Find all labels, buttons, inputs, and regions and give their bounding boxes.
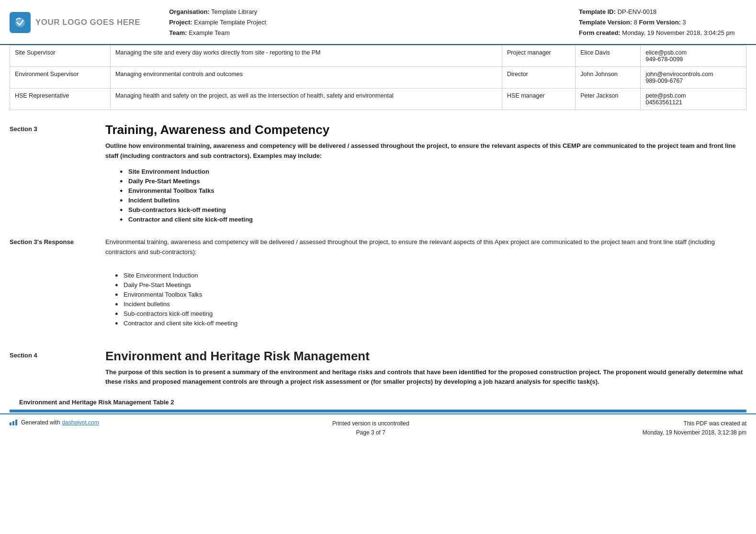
blue-bar: [10, 410, 746, 412]
pdf-created-label: This PDF was created at: [643, 419, 746, 428]
reports-to-cell: Project manager: [502, 45, 575, 67]
page-footer: Generated with dashpivot.com Printed ver…: [0, 413, 756, 441]
section4-row: Section 4 Environment and Heritage Risk …: [10, 349, 746, 388]
description-cell: Managing health and safety on the projec…: [110, 89, 502, 110]
description-cell: Managing environmental controls and outc…: [110, 67, 502, 89]
pdf-created-value: Monday, 19 November 2018, 3:12:38 pm: [643, 428, 746, 437]
section3-description: Outline how environmental training, awar…: [105, 141, 746, 161]
section3-response-list: Site Environment InductionDaily Pre-Star…: [105, 272, 746, 327]
form-created-line: Form created: Monday, 19 November 2018, …: [579, 28, 742, 38]
version-line: Template Version: 8 Form Version: 3: [579, 17, 742, 28]
logo-area: YOUR LOGO GOES HERE: [10, 12, 140, 33]
name-cell: John Johnson: [575, 67, 641, 89]
section3-response-label: Section 3's Response: [10, 237, 105, 332]
name-cell: Peter Jackson: [575, 89, 641, 110]
reports-to-cell: HSE manager: [502, 89, 575, 110]
contact-cell: elice@psb.com949-678-0099: [641, 45, 746, 67]
print-notice: Printed version is uncontrolled: [332, 419, 409, 428]
org-line: Organisation: Template Library: [169, 7, 579, 17]
list-item: Daily Pre-Start Meetings: [115, 281, 746, 289]
page-info: Page 3 of 7: [332, 428, 409, 437]
list-item: Environmental Toolbox Talks: [115, 291, 746, 298]
logo-text: YOUR LOGO GOES HERE: [35, 18, 140, 27]
table-row: Site Supervisor Managing the site and ev…: [10, 45, 746, 67]
header-right: Template ID: DP-ENV-0018 Template Versio…: [579, 7, 742, 38]
section3-label: Section 3: [10, 122, 105, 228]
section3-list: Site Environment InductionDaily Pre-Star…: [105, 168, 746, 223]
section3-response-body: Environmental training, awareness and co…: [105, 237, 746, 332]
list-item: Sub-contractors kick-off meeting: [120, 206, 746, 213]
section4-body: Environment and Heritage Risk Management…: [105, 349, 746, 388]
main-content: Section 3 Training, Awareness and Compet…: [0, 122, 756, 406]
template-id-line: Template ID: DP-ENV-0018: [579, 7, 742, 17]
role-cell: HSE Representative: [10, 89, 111, 110]
description-cell: Managing the site and every day works di…: [110, 45, 502, 67]
section3-response-row: Section 3's Response Environmental train…: [10, 237, 746, 332]
contact-cell: pete@psb.com04563561121: [641, 89, 746, 110]
list-item: Incident bulletins: [120, 197, 746, 204]
list-item: Incident bulletins: [115, 300, 746, 308]
name-cell: Elice Davis: [575, 45, 641, 67]
header-center: Organisation: Template Library Project: …: [140, 7, 579, 38]
generated-label: Generated with: [21, 419, 60, 426]
table2-heading: Environment and Heritage Risk Management…: [19, 399, 746, 406]
page-header: YOUR LOGO GOES HERE Organisation: Templa…: [0, 0, 756, 45]
role-cell: Site Supervisor: [10, 45, 111, 67]
list-item: Contractor and client site kick-off meet…: [120, 216, 746, 223]
dashpivot-link[interactable]: dashpivot.com: [62, 419, 99, 426]
team-line: Team: Example Team: [169, 28, 579, 38]
table-row: Environment Supervisor Managing environm…: [10, 67, 746, 89]
list-item: Site Environment Induction: [115, 272, 746, 279]
reports-to-cell: Director: [502, 67, 575, 89]
section4-description: The purpose of this section is to presen…: [105, 367, 746, 388]
footer-left: Generated with dashpivot.com: [10, 419, 99, 426]
contact-cell: john@envirocontrols.com989-009-6767: [641, 67, 746, 89]
list-item: Contractor and client site kick-off meet…: [115, 320, 746, 327]
list-item: Environmental Toolbox Talks: [120, 187, 746, 194]
footer-right: This PDF was created at Monday, 19 Novem…: [643, 419, 746, 437]
list-item: Site Environment Induction: [120, 168, 746, 175]
list-item: Daily Pre-Start Meetings: [120, 178, 746, 185]
footer-center: Printed version is uncontrolled Page 3 o…: [332, 419, 409, 437]
role-cell: Environment Supervisor: [10, 67, 111, 89]
project-line: Project: Example Template Project: [169, 17, 579, 28]
dashpivot-icon: [10, 420, 17, 425]
section3-body: Training, Awareness and Competency Outli…: [105, 122, 746, 228]
section3-response-text: Environmental training, awareness and co…: [105, 237, 746, 257]
section3-row: Section 3 Training, Awareness and Compet…: [10, 122, 746, 228]
table-row: HSE Representative Managing health and s…: [10, 89, 746, 110]
section3-title: Training, Awareness and Competency: [105, 122, 746, 137]
logo-icon: [10, 12, 31, 33]
section4-title: Environment and Heritage Risk Management: [105, 349, 746, 364]
list-item: Sub-contractors kick-off meeting: [115, 310, 746, 317]
section4-label: Section 4: [10, 349, 105, 388]
roles-table: Site Supervisor Managing the site and ev…: [10, 45, 746, 110]
